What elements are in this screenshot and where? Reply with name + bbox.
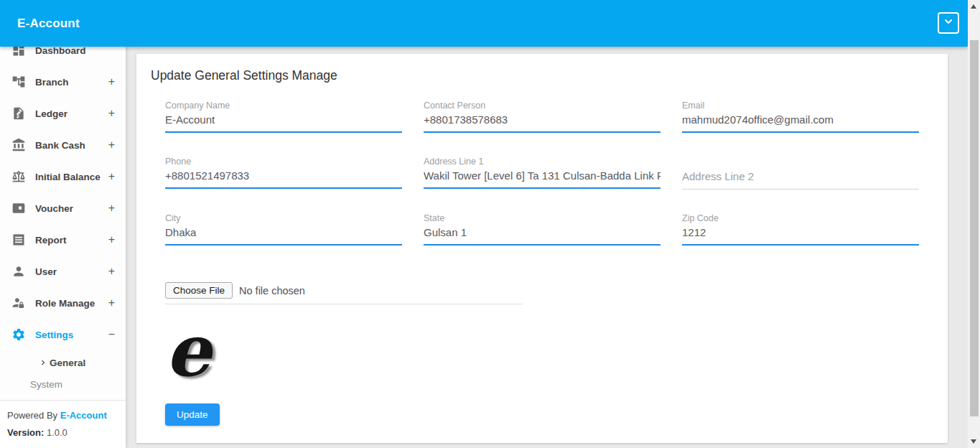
expand-plus-sign[interactable]: + [108, 171, 115, 182]
sidebar-spacer [0, 395, 126, 400]
company-name-field: Company Name [165, 101, 402, 133]
scrollbar-up-arrow-icon[interactable] [971, 4, 976, 9]
phone-input[interactable] [165, 168, 402, 189]
sidebar-item-branch[interactable]: Branch + [0, 66, 126, 98]
sidebar-footer: Powered By E-Account Version: 1.0.0 [0, 400, 126, 448]
expand-plus-sign[interactable]: + [108, 266, 115, 277]
powered-by-line: Powered By E-Account [7, 410, 118, 421]
choose-file-button[interactable]: Choose File [165, 282, 233, 299]
city-label: City [165, 213, 402, 223]
phone-label: Phone [165, 157, 402, 167]
sidebar-item-report[interactable]: Report + [0, 224, 126, 256]
address-line-1-label: Address Line 1 [424, 157, 661, 167]
sidebar-item-label: Ledger [35, 108, 67, 119]
email-input[interactable] [682, 112, 919, 133]
sidebar-item-label: Settings [35, 330, 73, 340]
scrollbar-down-arrow-icon[interactable] [971, 439, 976, 444]
city-input[interactable] [165, 225, 402, 246]
contact-person-field: Contact Person [424, 101, 661, 133]
contact-person-input[interactable] [424, 112, 661, 133]
email-field: Email [682, 101, 919, 133]
address-line-2-field [682, 157, 919, 190]
chevron-right-icon [38, 358, 48, 368]
sidebar-item-voucher[interactable]: Voucher + [0, 192, 126, 224]
ledger-icon [11, 106, 26, 121]
scrollbar-thumb[interactable] [970, 40, 979, 416]
file-chosen-status: No file chosen [239, 285, 305, 297]
sidebar-item-label: Branch [35, 77, 69, 88]
company-name-input[interactable] [165, 112, 402, 133]
version-line: Version: 1.0.0 [7, 427, 118, 438]
app-title: E-Account [17, 17, 80, 31]
version-label: Version: [7, 427, 44, 438]
balance-scale-icon [11, 169, 26, 184]
header-collapse-button[interactable] [938, 12, 959, 34]
page-title: Update General Settings Manage [151, 68, 933, 83]
settings-gear-icon [11, 327, 26, 342]
sidebar-item-user[interactable]: User + [0, 256, 126, 287]
powered-by-text: Powered By [7, 410, 57, 421]
sidebar-item-label: Report [35, 235, 67, 246]
chevron-down-icon [943, 16, 954, 30]
sidebar-item-label: Voucher [35, 203, 73, 214]
address-line-1-field: Address Line 1 [424, 157, 661, 190]
sidebar-item-role-manage[interactable]: Role Manage + [0, 287, 126, 319]
bank-icon [11, 138, 26, 152]
sidebar-item-initial-balance[interactable]: Initial Balance + [0, 161, 126, 192]
address-line-1-input[interactable] [424, 168, 661, 189]
app-header: E-Account [0, 0, 968, 47]
zip-code-field: Zip Code [682, 213, 919, 246]
expand-plus-sign[interactable]: + [108, 76, 115, 88]
address-line-2-input[interactable] [682, 169, 919, 190]
expand-plus-sign[interactable]: + [108, 234, 115, 246]
general-settings-form: Company Name Contact Person Email Phone … [165, 101, 919, 246]
collapse-minus-sign[interactable]: − [108, 329, 115, 340]
expand-plus-sign[interactable]: + [108, 108, 115, 119]
submenu-item-label: System [30, 379, 62, 390]
state-input[interactable] [424, 225, 661, 246]
sidebar-item-label: Initial Balance [35, 172, 101, 182]
expand-plus-sign[interactable]: + [108, 297, 115, 309]
sidebar-item-bank-cash[interactable]: Bank Cash + [0, 129, 126, 161]
submenu-item-system[interactable]: System [0, 373, 126, 395]
version-value: 1.0.0 [47, 427, 67, 438]
sidebar-item-settings[interactable]: Settings − [0, 319, 126, 350]
sidebar: Dashboard Branch + Ledger + Bank Cash + [0, 0, 126, 448]
state-field: State [424, 213, 661, 246]
settings-form-card: Update General Settings Manage Company N… [136, 54, 948, 443]
zip-code-label: Zip Code [682, 213, 919, 223]
update-button[interactable]: Update [165, 403, 220, 426]
expand-plus-sign[interactable]: + [108, 139, 115, 151]
role-lock-icon [11, 296, 26, 310]
city-field: City [165, 213, 402, 246]
state-label: State [424, 213, 661, 223]
powered-by-brand-link[interactable]: E-Account [60, 410, 107, 421]
company-logo-image: e [165, 336, 211, 365]
sidebar-item-label: User [35, 266, 57, 277]
email-label: Email [682, 101, 919, 111]
submenu-item-general[interactable]: General [0, 352, 126, 373]
sidebar-nav: Dashboard Branch + Ledger + Bank Cash + [0, 0, 126, 395]
sidebar-item-label: Bank Cash [35, 140, 85, 151]
expand-plus-sign[interactable]: + [108, 202, 115, 214]
company-name-label: Company Name [165, 101, 402, 111]
page-scrollbar[interactable] [968, 0, 980, 448]
branch-tree-icon [11, 75, 26, 89]
report-receipt-icon [11, 233, 26, 247]
voucher-icon [11, 201, 26, 215]
company-logo-preview: e [165, 326, 919, 370]
sidebar-item-ledger[interactable]: Ledger + [0, 98, 126, 129]
submenu-item-label: General [50, 358, 85, 368]
sidebar-item-label: Role Manage [35, 298, 95, 309]
phone-field: Phone [165, 157, 402, 190]
logo-file-field: Choose File No file chosen [165, 282, 523, 304]
user-icon [11, 264, 26, 279]
settings-submenu: General System [0, 352, 126, 395]
zip-code-input[interactable] [682, 225, 919, 246]
contact-person-label: Contact Person [424, 101, 661, 111]
